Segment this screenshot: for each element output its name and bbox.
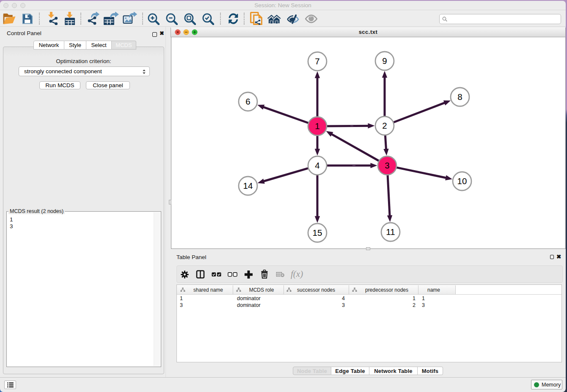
svg-text:4: 4 [315,160,319,170]
svg-text:10: 10 [457,176,467,186]
svg-text:7: 7 [315,56,319,66]
svg-text:15: 15 [313,228,322,237]
svg-text:1: 1 [315,121,319,131]
svg-text:11: 11 [386,227,395,237]
svg-text:14: 14 [243,181,253,190]
svg-text:9: 9 [382,56,387,66]
svg-text:8: 8 [457,92,462,102]
svg-text:6: 6 [245,97,250,106]
svg-text:2: 2 [382,121,387,130]
svg-text:3: 3 [385,160,389,170]
